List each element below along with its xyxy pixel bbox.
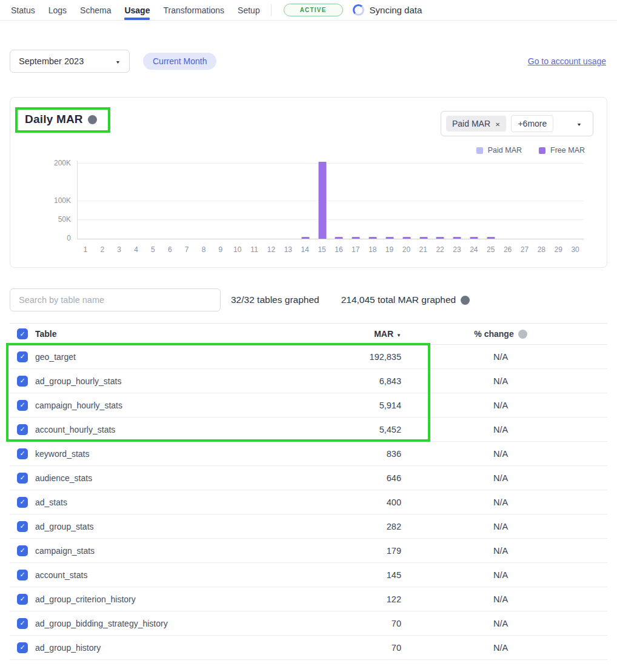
x-axis-tick: 16 (335, 245, 342, 254)
mar-value: 192,835 (256, 352, 401, 362)
x-axis-tick: 2 (100, 245, 104, 254)
table-row-account_stats[interactable]: account_stats145N/A (10, 563, 607, 587)
connector-nav: StatusLogsSchemaUsageTransformationsSetu… (0, 0, 617, 21)
table-header-row: Table MAR % change (10, 323, 607, 345)
row-checkbox[interactable] (17, 497, 28, 508)
x-axis-tick: 21 (419, 245, 427, 254)
tab-setup[interactable]: Setup (238, 0, 260, 20)
table-row-ad_group_bidding_strategy_history[interactable]: ad_group_bidding_strategy_history70N/A (10, 611, 607, 636)
mar-value: 5,452 (256, 425, 401, 434)
change-value: N/A (401, 401, 600, 410)
x-axis-tick: 26 (504, 245, 512, 254)
row-checkbox[interactable] (17, 521, 28, 532)
y-axis-tick: 50K (24, 215, 71, 224)
table-name: ad_group_history (28, 643, 256, 653)
mar-value: 70 (256, 619, 401, 628)
table-row-ad_group_criterion_history[interactable]: ad_group_criterion_history122N/A (10, 587, 607, 611)
table-row-ad_group_history[interactable]: ad_group_history70N/A (10, 636, 607, 660)
mar-value: 179 (256, 546, 401, 556)
account-usage-link[interactable]: Go to account usage (528, 56, 606, 66)
row-checkbox[interactable] (17, 642, 28, 653)
y-axis-tick: 0 (24, 234, 71, 242)
chevron-down-icon[interactable] (573, 118, 585, 129)
row-checkbox[interactable] (17, 545, 28, 556)
info-icon[interactable] (461, 296, 470, 305)
x-axis-tick: 5 (151, 245, 155, 254)
bar-day-18 (369, 237, 377, 239)
legend-label: Paid MAR (488, 146, 522, 155)
x-axis-tick: 11 (250, 245, 258, 254)
bar-day-20 (402, 237, 410, 239)
table-row-geo_target[interactable]: geo_target192,835N/A (10, 345, 607, 369)
tab-usage[interactable]: Usage (124, 0, 150, 20)
series-filter-select[interactable]: Paid MAR +6more (441, 111, 593, 136)
bar-day-21 (419, 237, 427, 239)
status-badge[interactable]: ACTIVE (284, 4, 343, 16)
legend-swatch-icon (476, 147, 483, 154)
gridline (78, 163, 584, 164)
change-value: N/A (401, 570, 600, 580)
table-name: ad_stats (28, 497, 256, 507)
x-axis-tick: 23 (453, 245, 461, 254)
change-value: N/A (401, 619, 600, 628)
table-row-ad_group_stats[interactable]: ad_group_stats282N/A (10, 514, 607, 539)
change-value: N/A (401, 594, 600, 604)
month-selector[interactable]: September 2023 (10, 50, 130, 73)
month-selector-value: September 2023 (19, 56, 84, 66)
tab-status[interactable]: Status (11, 0, 35, 20)
bar-day-15 (318, 162, 326, 239)
chart-plot-area (77, 161, 584, 239)
table-row-keyword_stats[interactable]: keyword_stats836N/A (10, 442, 607, 466)
info-icon[interactable] (88, 115, 97, 124)
remove-chip-icon[interactable] (495, 119, 500, 128)
tab-schema[interactable]: Schema (80, 0, 111, 20)
x-axis-tick: 1 (84, 245, 88, 254)
table-row-audience_stats[interactable]: audience_stats646N/A (10, 466, 607, 490)
column-header-table: Table (28, 329, 256, 339)
y-axis-tick: 100K (24, 196, 71, 205)
x-axis-tick: 22 (436, 245, 444, 254)
mar-value: 836 (256, 449, 401, 459)
table-name: ad_group_criterion_history (28, 594, 256, 604)
row-checkbox[interactable] (17, 400, 28, 411)
table-name: campaign_hourly_stats (28, 401, 256, 410)
column-header-change: % change (401, 329, 600, 339)
row-checkbox[interactable] (17, 376, 28, 387)
column-header-mar[interactable]: MAR (256, 329, 401, 339)
bar-day-16 (335, 237, 343, 239)
filter-more-chip[interactable]: +6more (511, 115, 553, 132)
bar-day-19 (385, 237, 393, 239)
x-axis-tick: 10 (233, 245, 241, 254)
table-row-ad_group_hourly_stats[interactable]: ad_group_hourly_stats6,843N/A (10, 369, 607, 393)
select-all-checkbox[interactable] (17, 328, 28, 339)
row-checkbox[interactable] (17, 351, 28, 362)
legend-item-paid-mar: Paid MAR (476, 146, 522, 155)
table-row-campaign_hourly_stats[interactable]: campaign_hourly_stats5,914N/A (10, 393, 607, 418)
chart-legend: Paid MARFree MAR (24, 146, 585, 155)
search-input[interactable] (10, 288, 221, 311)
tables-list: Table MAR % change geo_target192,835N/Aa… (10, 323, 607, 660)
daily-mar-card: Daily MAR Paid MAR +6more Paid MARFree M… (10, 97, 607, 268)
x-axis-tick: 15 (318, 245, 325, 254)
row-checkbox[interactable] (17, 618, 28, 629)
gridline (78, 201, 584, 201)
sync-spinner-icon (353, 4, 364, 16)
row-checkbox[interactable] (17, 570, 28, 581)
row-checkbox[interactable] (17, 594, 28, 605)
tab-logs[interactable]: Logs (48, 0, 67, 20)
table-name: ad_group_hourly_stats (28, 376, 256, 386)
row-checkbox[interactable] (17, 448, 28, 459)
gridline (78, 219, 584, 220)
x-axis-tick: 7 (185, 245, 189, 254)
row-checkbox[interactable] (17, 424, 28, 435)
table-row-ad_stats[interactable]: ad_stats400N/A (10, 490, 607, 514)
x-axis-tick: 12 (267, 245, 275, 254)
tab-transformations[interactable]: Transformations (163, 0, 224, 20)
x-axis-tick: 29 (555, 245, 562, 254)
row-checkbox[interactable] (17, 473, 28, 484)
filter-chip-paid-mar[interactable]: Paid MAR (446, 116, 506, 131)
mar-value: 400 (256, 497, 401, 507)
table-row-account_hourly_stats[interactable]: account_hourly_stats5,452N/A (10, 418, 607, 442)
info-icon[interactable] (518, 330, 527, 339)
table-row-campaign_stats[interactable]: campaign_stats179N/A (10, 539, 607, 563)
